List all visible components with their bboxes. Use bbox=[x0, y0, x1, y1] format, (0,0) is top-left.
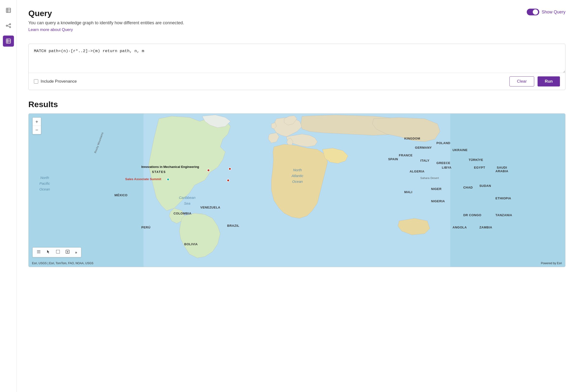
more-tools-button[interactable]: » bbox=[74, 249, 78, 255]
svg-rect-0 bbox=[6, 8, 11, 12]
show-query-label: Show Query bbox=[542, 10, 566, 15]
map-zoom-controls: + − bbox=[33, 117, 41, 134]
query-box: MATCH path=(n)-[r*..2]->(m) return path,… bbox=[28, 44, 566, 90]
map-attribution-left: Esri, USGS | Esri, TomTom, FAO, NOAA, US… bbox=[32, 261, 94, 265]
map-svg bbox=[29, 114, 565, 267]
svg-point-5 bbox=[9, 24, 11, 25]
export-button[interactable] bbox=[65, 249, 71, 256]
svg-line-8 bbox=[7, 26, 10, 27]
list-tool-button[interactable] bbox=[36, 249, 42, 256]
map-container[interactable]: + − Innovations in Mechanical Engineerin… bbox=[28, 113, 566, 267]
toggle-track[interactable] bbox=[527, 9, 539, 15]
learn-more-link[interactable]: Learn more about Query bbox=[28, 27, 73, 32]
svg-point-6 bbox=[9, 27, 11, 28]
sidebar bbox=[0, 0, 17, 392]
sidebar-item-map[interactable] bbox=[3, 35, 14, 47]
map-bottom-toolbar: » bbox=[33, 247, 81, 257]
select-tool-button[interactable] bbox=[45, 249, 51, 256]
zoom-out-button[interactable]: − bbox=[33, 126, 41, 134]
map-attribution-right: Powered by Esri bbox=[541, 261, 562, 265]
query-description: You can query a knowledge graph to ident… bbox=[28, 20, 527, 26]
include-provenance-row: Include Provenance bbox=[34, 79, 77, 84]
query-header-left: Query You can query a knowledge graph to… bbox=[28, 9, 527, 38]
show-query-toggle[interactable]: Show Query bbox=[527, 9, 566, 15]
query-buttons: Clear Run bbox=[509, 76, 560, 87]
toggle-thumb bbox=[533, 9, 538, 15]
query-header-row: Query You can query a knowledge graph to… bbox=[28, 9, 566, 38]
svg-rect-16 bbox=[56, 250, 60, 253]
svg-line-7 bbox=[7, 25, 10, 26]
results-title: Results bbox=[28, 100, 566, 109]
svg-rect-9 bbox=[6, 39, 11, 43]
sidebar-item-table[interactable] bbox=[3, 5, 14, 16]
include-provenance-label: Include Provenance bbox=[41, 79, 77, 84]
query-textarea[interactable]: MATCH path=(n)-[r*..2]->(m) return path,… bbox=[29, 44, 565, 73]
run-button[interactable]: Run bbox=[538, 76, 560, 87]
sidebar-item-graph[interactable] bbox=[3, 20, 14, 31]
area-select-button[interactable] bbox=[55, 249, 61, 256]
zoom-in-button[interactable]: + bbox=[33, 118, 41, 126]
page-title: Query bbox=[28, 9, 527, 18]
include-provenance-checkbox[interactable] bbox=[34, 79, 38, 84]
main-content: Query You can query a knowledge graph to… bbox=[17, 0, 577, 392]
clear-button[interactable]: Clear bbox=[509, 76, 534, 87]
query-actions-row: Include Provenance Clear Run bbox=[29, 73, 565, 90]
svg-point-4 bbox=[6, 25, 7, 26]
